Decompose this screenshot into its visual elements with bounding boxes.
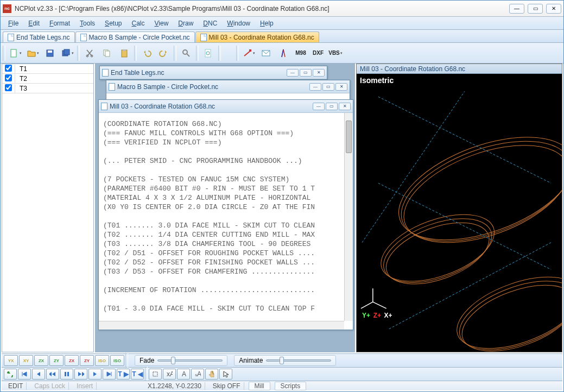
m98-button[interactable]: M98 — [293, 46, 308, 61]
view-button-iso[interactable]: ISO — [110, 355, 124, 366]
min-icon[interactable]: — — [309, 83, 321, 91]
menu-edit[interactable]: Edit — [24, 18, 44, 28]
status-mill-button[interactable]: Mill — [249, 382, 270, 390]
reset-button[interactable] — [4, 369, 17, 380]
document-tabs: End Table Legs.ncMacro B Sample - Circle… — [1, 30, 563, 43]
menu-draw[interactable]: Draw — [174, 18, 198, 28]
menu-calc[interactable]: Calc — [127, 18, 149, 28]
step-fwd-button[interactable] — [88, 369, 102, 380]
minimize-button[interactable]: — — [509, 4, 524, 14]
max-icon[interactable]: ▭ — [322, 83, 334, 91]
svg-rect-14 — [249, 49, 251, 52]
svg-line-27 — [361, 302, 373, 308]
redo-button[interactable] — [156, 46, 172, 61]
hand-tool-button[interactable] — [205, 369, 218, 380]
close-icon[interactable]: ✕ — [313, 69, 325, 77]
close-button[interactable]: ✕ — [546, 4, 561, 14]
text-step-button-1[interactable]: T ◀ — [131, 369, 144, 380]
svg-rect-29 — [67, 372, 69, 376]
svg-rect-28 — [65, 372, 66, 376]
menu-view[interactable]: View — [150, 18, 173, 28]
view-button-iso[interactable]: ISO — [95, 355, 109, 366]
cursor-tool-button[interactable] — [219, 369, 232, 380]
svg-rect-0 — [11, 49, 16, 57]
view-button-xy[interactable]: XY — [19, 355, 33, 366]
dxf-button[interactable]: DXF — [310, 46, 326, 61]
min-icon[interactable]: — — [287, 69, 299, 77]
forward-button[interactable] — [74, 369, 87, 380]
view-button-zx[interactable]: ZX — [65, 355, 79, 366]
doc-tab[interactable]: Mill 03 - Coordinate Rotation G68.nc — [195, 31, 319, 42]
xA-tool-button[interactable]: xA — [163, 369, 176, 380]
menu-setup[interactable]: Setup — [100, 18, 126, 28]
save-all-button[interactable]: ▾ — [60, 46, 75, 61]
max-icon[interactable]: ▭ — [300, 69, 312, 77]
doc-window-3[interactable]: Mill 03 - Coordinate Rotation G68.nc — ▭… — [98, 99, 353, 330]
tool-row[interactable]: T2 — [2, 74, 93, 84]
svg-rect-8 — [105, 51, 110, 56]
tool-checkbox[interactable] — [5, 84, 12, 91]
menu-window[interactable]: Window — [223, 18, 255, 28]
compass-button[interactable] — [276, 46, 291, 61]
save-button[interactable] — [42, 46, 58, 61]
svg-point-22 — [448, 263, 562, 352]
menu-file[interactable]: File — [4, 18, 23, 28]
select-tool-button[interactable] — [149, 369, 162, 380]
new-file-button[interactable]: ▾ — [8, 46, 23, 61]
toolpath-plot — [357, 74, 562, 352]
undo-button[interactable] — [139, 46, 154, 61]
fade-slider[interactable]: Fade — [135, 355, 227, 366]
svg-point-16 — [385, 117, 562, 261]
step-back-button[interactable] — [32, 369, 45, 380]
status-skip: Skip OFF — [210, 382, 244, 390]
rewind-button[interactable] — [46, 369, 59, 380]
menu-dnc[interactable]: DNC — [199, 18, 221, 28]
status-insert: Insert — [73, 382, 97, 390]
tool-checkbox[interactable] — [5, 65, 12, 72]
playback-toolbar: T ▶T ◀xAAₛA — [2, 367, 562, 381]
A-tool-button[interactable]: A — [177, 369, 190, 380]
view-button-zy[interactable]: ZY — [49, 355, 64, 366]
tool-row[interactable]: T1 — [2, 64, 93, 74]
menu-tools[interactable]: Tools — [75, 18, 99, 28]
paste-button[interactable] — [117, 46, 132, 61]
doc-tab[interactable]: Macro B Sample - Circle Pocket.nc — [75, 31, 195, 42]
text-step-button-0[interactable]: T ▶ — [117, 369, 130, 380]
skip-end-button[interactable] — [103, 369, 116, 380]
animate-slider[interactable]: Animate — [234, 355, 336, 366]
svg-text:xA: xA — [167, 371, 173, 377]
tool-row[interactable]: T3 — [2, 84, 93, 93]
copy-button[interactable] — [99, 46, 115, 61]
min-icon[interactable]: — — [313, 103, 325, 110]
sA-tool-button[interactable]: ₛA — [191, 369, 204, 380]
code-editor[interactable]: (COORDINATE ROTATION G68.NC) (=== FANUC … — [99, 113, 353, 320]
close-icon[interactable]: ✕ — [339, 103, 351, 110]
status-scripts-button[interactable]: Scripts — [275, 382, 307, 390]
document-icon — [102, 69, 109, 77]
cut-button[interactable] — [82, 46, 97, 61]
menu-help[interactable]: Help — [256, 18, 278, 28]
find-button[interactable] — [179, 46, 194, 61]
doc-tab[interactable]: End Table Legs.nc — [3, 31, 75, 42]
close-icon[interactable]: ✕ — [335, 83, 347, 91]
view-button-zy[interactable]: ZY — [80, 355, 94, 366]
doc-window-1[interactable]: End Table Legs.nc — ▭ ✕ — [99, 66, 327, 80]
tool-checkbox[interactable] — [5, 74, 12, 81]
scrollbar-vertical[interactable] — [344, 113, 353, 321]
skip-start-button[interactable] — [18, 369, 31, 380]
document-icon — [8, 34, 14, 41]
status-caps: Caps Lock — [31, 382, 69, 390]
open-file-button[interactable]: ▾ — [25, 46, 40, 61]
scrollbar-horizontal[interactable] — [99, 321, 344, 330]
vbs-button[interactable]: VBS▾ — [328, 46, 343, 61]
menu-format[interactable]: Format — [45, 18, 74, 28]
options-button[interactable] — [201, 46, 216, 61]
mail-button[interactable] — [258, 46, 274, 61]
maximize-button[interactable]: ▭ — [528, 4, 543, 14]
view-button-zx[interactable]: ZX — [34, 355, 48, 366]
tool-red-button[interactable]: ▾ — [241, 46, 256, 61]
plot-viewport[interactable]: Mill 03 - Coordinate Rotation G68.nc Iso… — [356, 64, 562, 352]
pause-button[interactable] — [60, 369, 73, 380]
max-icon[interactable]: ▭ — [326, 103, 338, 110]
view-button-yx[interactable]: YX — [4, 355, 18, 366]
